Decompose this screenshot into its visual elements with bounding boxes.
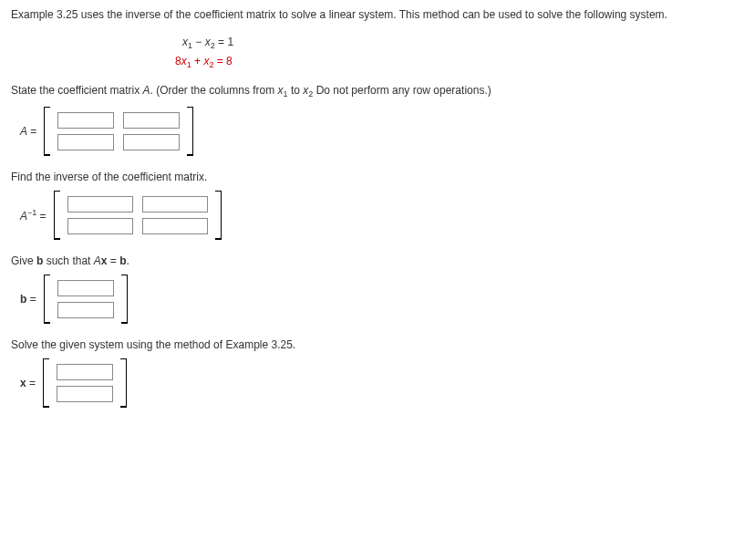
prompt-b-eq: = [107, 254, 119, 267]
matrix-ainv-input-22[interactable] [142, 218, 208, 234]
bracket-right-icon [117, 358, 127, 408]
prompt-matrix-a: State the coefficient matrix A. (Order t… [11, 84, 723, 99]
matrix-ainv-input-11[interactable] [67, 196, 133, 213]
vector-x-row: x = [20, 358, 723, 408]
intro-text: Example 3.25 uses the inverse of the coe… [11, 7, 723, 23]
vector-x-input-1[interactable] [57, 364, 113, 380]
eq2-coef: 8 [175, 55, 181, 67]
label-ainv-var: A [20, 210, 27, 223]
prompt-b-pre: Give [11, 254, 36, 267]
bracket-left-icon [44, 107, 54, 156]
prompt-b-mid: such that [43, 254, 93, 267]
label-b: b = [20, 293, 36, 306]
prompt-a-mid: . (Order the columns from [150, 84, 278, 97]
bracket-right-icon [118, 275, 128, 324]
prompt-a-to: to [288, 84, 304, 97]
equation-2: 8x1 + x2 = 8 [175, 53, 723, 72]
label-x-eq: = [26, 377, 36, 389]
matrix-ainv-input-12[interactable] [142, 196, 208, 213]
eq2-op: + [191, 55, 204, 67]
bracket-left-icon [54, 191, 64, 240]
prompt-b-a: A [94, 254, 101, 267]
prompt-a-var: A [143, 84, 150, 97]
prompt-a-pre: State the coefficient matrix [11, 84, 143, 97]
prompt-inverse: Find the inverse of the coefficient matr… [11, 171, 723, 183]
matrix-a-bracket [44, 107, 193, 156]
matrix-ainv-input-21[interactable] [67, 218, 133, 234]
matrix-a-input-12[interactable] [123, 112, 180, 129]
vector-b-cells [54, 275, 118, 324]
label-ainv-eq: = [36, 210, 46, 223]
vector-b-bracket [44, 275, 128, 324]
vector-b-row: b = [20, 275, 723, 324]
eq2-eq: = [213, 55, 226, 67]
vector-b-input-2[interactable] [57, 302, 114, 318]
prompt-b: Give b such that Ax = b. [11, 254, 723, 267]
eq1-op: − [192, 36, 205, 48]
label-x: x = [20, 377, 36, 389]
vector-x-cells [53, 358, 117, 408]
matrix-a-input-21[interactable] [57, 134, 114, 150]
vector-x-input-2[interactable] [57, 386, 113, 402]
prompt-solve: Solve the given system using the method … [11, 338, 723, 351]
eq1-rhs: 1 [227, 36, 233, 48]
matrix-ainv-cells [64, 191, 212, 240]
matrix-ainv-bracket [54, 191, 222, 240]
matrix-a-row: A = [20, 107, 723, 156]
bracket-left-icon [44, 275, 54, 324]
eq1-eq: = [215, 36, 228, 48]
matrix-ainv-row: A−1 = [20, 191, 723, 240]
matrix-a-cells [54, 107, 183, 156]
label-a-eq: = [27, 125, 36, 138]
prompt-b-post: . [126, 254, 129, 267]
equation-1: x1 − x2 = 1 [175, 34, 723, 53]
bracket-right-icon [183, 107, 193, 156]
vector-b-input-1[interactable] [57, 280, 114, 296]
label-a-var: A [20, 125, 27, 138]
system-equations: x1 − x2 = 1 8x1 + x2 = 8 [175, 34, 723, 72]
bracket-right-icon [212, 191, 222, 240]
eq2-rhs: 8 [226, 55, 233, 67]
bracket-left-icon [43, 358, 53, 408]
label-a: A = [20, 125, 36, 138]
label-x-var: x [20, 377, 26, 389]
vector-x-bracket [43, 358, 127, 408]
label-ainv-sup: −1 [27, 208, 36, 217]
prompt-a-post: Do not perform any row operations.) [313, 84, 491, 97]
label-b-eq: = [26, 293, 36, 306]
matrix-a-input-22[interactable] [123, 134, 180, 150]
label-ainv: A−1 = [20, 208, 47, 223]
matrix-a-input-11[interactable] [57, 112, 114, 129]
